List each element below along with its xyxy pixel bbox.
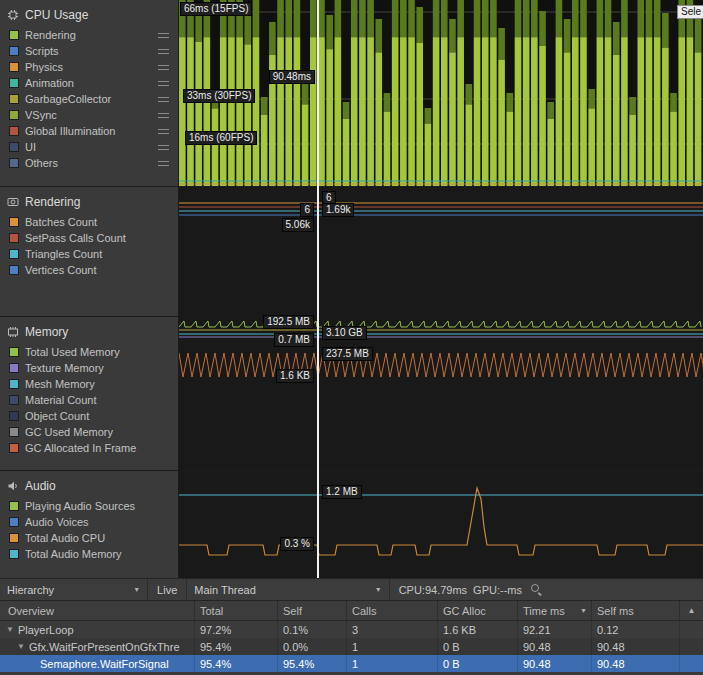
- drag-handle-icon[interactable]: [158, 33, 169, 38]
- legend-item-object-count[interactable]: Object Count: [0, 408, 178, 424]
- legend-item-total-audio-cpu[interactable]: Total Audio CPU: [0, 530, 178, 546]
- column-header-overview[interactable]: Overview: [0, 601, 195, 620]
- live-toggle[interactable]: Live: [148, 579, 187, 600]
- legend-color-swatch: [10, 234, 18, 242]
- drag-handle-icon[interactable]: [158, 145, 169, 150]
- legend-item-physics[interactable]: Physics: [0, 59, 178, 75]
- search-input[interactable]: [543, 584, 703, 596]
- legend-label: GC Allocated In Frame: [25, 442, 136, 454]
- drag-handle-icon[interactable]: [158, 81, 169, 86]
- legend-label: Vertices Count: [25, 264, 97, 276]
- row-value-cell: 90.48: [592, 655, 680, 672]
- legend-color-swatch: [10, 412, 18, 420]
- frame-selection-line[interactable]: [317, 0, 319, 578]
- audio-sidebar: Audio Playing Audio SourcesAudio VoicesT…: [0, 471, 179, 578]
- legend-item-mesh-memory[interactable]: Mesh Memory: [0, 376, 178, 392]
- cpu-usage-header[interactable]: CPU Usage: [0, 0, 178, 27]
- module-title-memory: Memory: [25, 325, 68, 339]
- row-label: Gfx.WaitForPresentOnGfxThre: [29, 641, 180, 653]
- legend-item-material-count[interactable]: Material Count: [0, 392, 178, 408]
- row-tail-cell: [680, 621, 703, 638]
- cpu-16ms-label: 16ms (60FPS): [185, 131, 257, 145]
- legend-color-swatch: [10, 550, 18, 558]
- legend-label: SetPass Calls Count: [25, 232, 126, 244]
- search-icon[interactable]: [530, 583, 543, 596]
- table-row-playerloop[interactable]: ▼PlayerLoop97.2%0.1%31.6 KB92.210.12: [0, 621, 703, 638]
- chevron-down-icon: ▼: [133, 586, 140, 593]
- audio-chart[interactable]: [179, 471, 703, 578]
- drag-handle-icon[interactable]: [158, 65, 169, 70]
- legend-item-total-used-memory[interactable]: Total Used Memory: [0, 344, 178, 360]
- legend-item-rendering[interactable]: Rendering: [0, 27, 178, 43]
- legend-item-animation[interactable]: Animation: [0, 75, 178, 91]
- legend-item-gc-used-memory[interactable]: GC Used Memory: [0, 424, 178, 440]
- thread-dropdown[interactable]: Main Thread ▼: [187, 579, 389, 600]
- row-value-cell: 0 B: [438, 655, 518, 672]
- foldout-open-icon[interactable]: ▼: [17, 642, 25, 651]
- drag-handle-icon[interactable]: [158, 97, 169, 102]
- legend-color-swatch: [10, 127, 18, 135]
- row-value-cell: 95.4%: [195, 638, 278, 655]
- column-header-time-ms[interactable]: Time ms ▼: [518, 601, 592, 620]
- legend-item-scripts[interactable]: Scripts: [0, 43, 178, 59]
- detail-view-dropdown[interactable]: Hierarchy ▼: [0, 579, 148, 600]
- legend-item-garbagecollector[interactable]: GarbageCollector: [0, 91, 178, 107]
- column-header-self[interactable]: Self: [278, 601, 347, 620]
- drag-handle-icon[interactable]: [158, 129, 169, 134]
- row-value-cell: 3: [347, 621, 438, 638]
- cpu-legend: RenderingScriptsPhysicsAnimationGarbageC…: [0, 27, 178, 171]
- legend-item-vertices-count[interactable]: Vertices Count: [0, 262, 178, 278]
- legend-item-global-illumination[interactable]: Global Illumination: [0, 123, 178, 139]
- cpu-chart[interactable]: [179, 0, 703, 186]
- legend-item-setpass-calls-count[interactable]: SetPass Calls Count: [0, 230, 178, 246]
- drag-handle-icon[interactable]: [158, 161, 169, 166]
- row-value-cell: 97.2%: [195, 621, 278, 638]
- legend-item-others[interactable]: Others: [0, 155, 178, 171]
- table-row-semaphore-waitforsignal[interactable]: Semaphore.WaitForSignal95.4%95.4%10 B90.…: [0, 655, 703, 672]
- audio-header[interactable]: Audio: [0, 471, 178, 498]
- rendering-chart[interactable]: [179, 187, 703, 316]
- selected-frame-tooltip: Sele: [677, 5, 703, 19]
- legend-label: Playing Audio Sources: [25, 500, 135, 512]
- legend-item-triangles-count[interactable]: Triangles Count: [0, 246, 178, 262]
- memory-header[interactable]: Memory: [0, 317, 178, 344]
- legend-item-ui[interactable]: UI: [0, 139, 178, 155]
- frame-stats: CPU:94.79ms GPU:--ms: [390, 584, 526, 596]
- legend-color-swatch: [10, 111, 18, 119]
- row-value-cell: 90.48: [518, 655, 592, 672]
- rendering-header[interactable]: Rendering: [0, 187, 178, 214]
- column-header-calls[interactable]: Calls: [347, 601, 438, 620]
- row-value-cell: 90.48: [518, 638, 592, 655]
- legend-item-texture-memory[interactable]: Texture Memory: [0, 360, 178, 376]
- scroll-up-icon[interactable]: ▲: [680, 601, 703, 620]
- legend-item-gc-allocated-in-frame[interactable]: GC Allocated In Frame: [0, 440, 178, 456]
- column-header-gc-alloc[interactable]: GC Alloc: [438, 601, 518, 620]
- memory-chart[interactable]: [179, 317, 703, 470]
- row-value-cell: 0.12: [592, 621, 680, 638]
- row-name-cell: ▼Gfx.WaitForPresentOnGfxThre: [0, 638, 195, 655]
- rendering-vertices-label: 1.69k: [322, 203, 354, 217]
- rendering-left-value-label: 6: [300, 203, 314, 217]
- drag-handle-icon[interactable]: [158, 49, 169, 54]
- column-header-total[interactable]: Total: [195, 601, 278, 620]
- legend-label: Total Used Memory: [25, 346, 120, 358]
- column-header-self-ms[interactable]: Self ms: [592, 601, 680, 620]
- legend-item-total-audio-memory[interactable]: Total Audio Memory: [0, 546, 178, 562]
- search-box: [530, 583, 703, 596]
- foldout-open-icon[interactable]: ▼: [6, 625, 14, 634]
- legend-color-swatch: [10, 159, 18, 167]
- row-value-cell: 1: [347, 655, 438, 672]
- legend-label: GarbageCollector: [25, 93, 111, 105]
- legend-item-batches-count[interactable]: Batches Count: [0, 214, 178, 230]
- legend-item-audio-voices[interactable]: Audio Voices: [0, 514, 178, 530]
- drag-handle-icon[interactable]: [158, 113, 169, 118]
- table-row-gfx-waitforpresentongfxthre[interactable]: ▼Gfx.WaitForPresentOnGfxThre95.4%0.0%10 …: [0, 638, 703, 655]
- audio-cpu-label: 0.3 %: [280, 537, 314, 551]
- legend-item-playing-audio-sources[interactable]: Playing Audio Sources: [0, 498, 178, 514]
- legend-label: Animation: [25, 77, 74, 89]
- legend-label: Mesh Memory: [25, 378, 95, 390]
- memory-237mb-label: 237.5 MB: [322, 347, 373, 361]
- audio-icon: [7, 480, 19, 492]
- legend-item-vsync[interactable]: VSync: [0, 107, 178, 123]
- legend-color-swatch: [10, 250, 18, 258]
